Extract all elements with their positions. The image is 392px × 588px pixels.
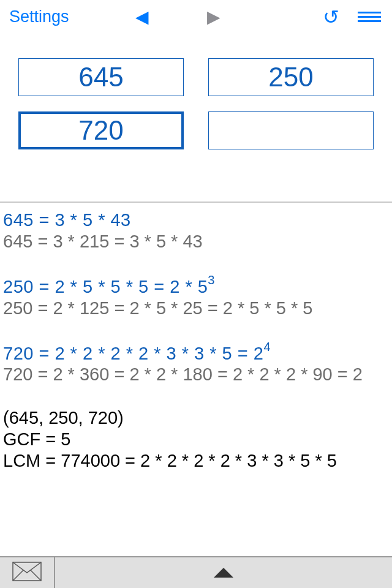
mail-button[interactable] [0, 557, 55, 588]
nav-arrows: ◀ ▶ [154, 7, 239, 27]
top-bar: Settings ◀ ▶ ↻ [0, 0, 392, 34]
prime-factorization-720: 720 = 2 * 2 * 2 * 2 * 3 * 3 * 5 = 24 [3, 342, 389, 364]
factorization-steps-720: 720 = 2 * 360 = 2 * 2 * 180 = 2 * 2 * 2 … [3, 364, 389, 385]
factorization-steps-645: 645 = 3 * 215 = 3 * 5 * 43 [3, 232, 389, 252]
number-input-3[interactable]: 720 [18, 111, 184, 149]
svg-line-1 [13, 570, 23, 581]
gcf-result: GCF = 5 [3, 429, 389, 450]
bottom-bar [0, 556, 392, 588]
settings-button[interactable]: Settings [9, 7, 69, 26]
prev-arrow-icon[interactable]: ◀ [135, 7, 149, 27]
chevron-up-icon [214, 568, 233, 578]
prime-factorization-250: 250 = 2 * 5 * 5 * 5 = 2 * 53 [3, 275, 389, 297]
results-panel: 645 = 3 * 5 * 43 645 = 3 * 215 = 3 * 5 *… [0, 202, 392, 554]
svg-line-2 [31, 570, 41, 581]
factorization-250: 250 = 2 * 5 * 5 * 5 = 2 * 53 250 = 2 * 1… [3, 275, 389, 318]
number-input-4[interactable] [208, 111, 374, 149]
undo-icon[interactable]: ↻ [323, 6, 339, 29]
factorization-720: 720 = 2 * 2 * 2 * 2 * 3 * 3 * 5 = 24 720… [3, 342, 389, 385]
number-input-2[interactable]: 250 [208, 58, 374, 96]
lcm-result: LCM = 774000 = 2 * 2 * 2 * 2 * 3 * 3 * 5… [3, 451, 389, 471]
next-arrow-icon[interactable]: ▶ [207, 7, 221, 27]
number-input-1[interactable]: 645 [18, 58, 184, 96]
expand-button[interactable] [55, 568, 392, 578]
mail-icon [12, 562, 42, 584]
prime-factorization-645: 645 = 3 * 5 * 43 [3, 210, 389, 230]
menu-icon[interactable] [358, 12, 381, 22]
number-tuple: (645, 250, 720) [3, 408, 389, 428]
factorization-645: 645 = 3 * 5 * 43 645 = 3 * 215 = 3 * 5 *… [3, 210, 389, 252]
summary-block: (645, 250, 720) GCF = 5 LCM = 774000 = 2… [3, 408, 389, 471]
top-right-controls: ↻ [323, 6, 381, 29]
factorization-steps-250: 250 = 2 * 125 = 2 * 5 * 25 = 2 * 5 * 5 *… [3, 298, 389, 318]
input-grid: 645 250 720 [0, 34, 392, 168]
